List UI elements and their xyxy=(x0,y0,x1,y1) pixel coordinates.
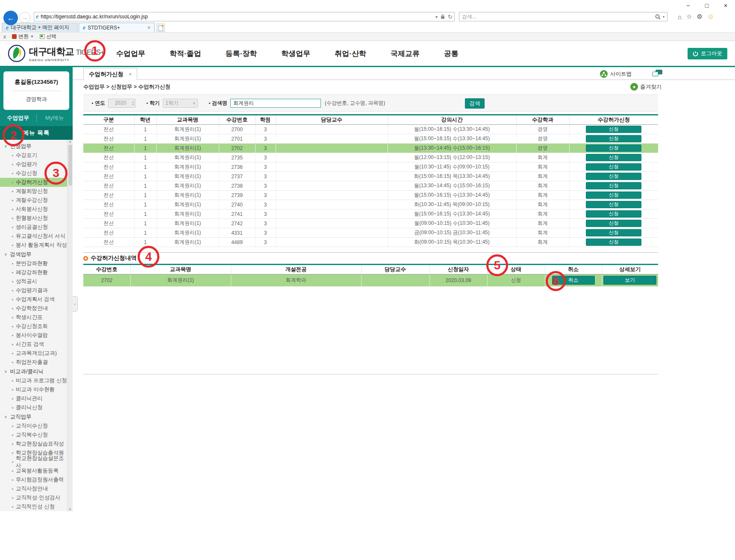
view-detail-button[interactable]: 보기 xyxy=(603,276,656,285)
year-spinner[interactable]: 2020 ▴▾ xyxy=(108,99,135,108)
apply-button[interactable]: 신청 xyxy=(586,154,641,161)
url-bar[interactable]: e https://tigersstd.daegu.ac.kr/nxrun/ss… xyxy=(34,12,455,21)
minimize-button[interactable]: − xyxy=(679,2,697,9)
sidebar-item[interactable]: ▸무시험검정원서출력 xyxy=(0,475,67,484)
sidebar-item[interactable]: ▸클리닉관리 xyxy=(0,394,67,403)
home-icon[interactable]: ⌂ xyxy=(678,13,682,21)
sidebar-section[interactable]: ∨교직업무 xyxy=(0,412,72,421)
sidebar-collapse-handle[interactable]: ‹ xyxy=(73,296,78,312)
maximize-button[interactable]: □ xyxy=(697,2,716,9)
sidebar-item[interactable]: ▸계절수강신청 xyxy=(0,196,67,205)
apply-button[interactable]: 신청 xyxy=(586,163,641,171)
sidebar-item[interactable]: ▸학생시간표 xyxy=(0,313,67,322)
autocomplete-dropdown-icon[interactable]: ▾ xyxy=(435,15,438,19)
browser-search-input[interactable]: 검색... ▾ xyxy=(459,12,667,21)
keyword-input[interactable] xyxy=(230,99,321,108)
apply-button[interactable]: 신청 xyxy=(586,173,641,180)
scroll-down-icon[interactable]: ∨ xyxy=(69,507,71,511)
sidebar-item[interactable]: ▸성적공시 xyxy=(0,277,67,286)
sidebar-item[interactable]: ▸헌혈봉사신청 xyxy=(0,214,67,223)
forward-button[interactable]: → xyxy=(19,12,30,23)
nav-item[interactable]: 수업업무 xyxy=(116,49,145,59)
sidebar-item[interactable]: ▸취업전자출결 xyxy=(0,358,67,367)
settings-gear-icon[interactable]: ⚙ xyxy=(697,13,703,21)
sidebar-scrollbar[interactable]: ∧ ∨ xyxy=(67,140,73,511)
sidebar-tab-lecture[interactable]: 수업업무 xyxy=(0,114,37,122)
course-row[interactable]: 전선1회계원리(1)44893화(09:00~10:15) 목(10:30~11… xyxy=(83,238,658,247)
apply-button[interactable]: 신청 xyxy=(586,144,641,152)
sidebar-item[interactable]: ▸교직적인성 신청 xyxy=(0,502,67,511)
apply-button[interactable]: 신청 xyxy=(586,220,641,227)
sidebar-item[interactable]: ▸교직적성·인성검사 xyxy=(0,493,67,502)
sidebar-tab-my[interactable]: My메뉴 xyxy=(37,114,73,122)
course-row[interactable]: 전선1회계원리(1)27373화(15:00~16:15) 목(13:30~14… xyxy=(83,172,658,181)
apply-button[interactable]: 신청 xyxy=(586,210,641,218)
course-row[interactable]: 전선1회계원리(1)27023월(13:30~14:45) 수(15:00~16… xyxy=(83,144,658,153)
content-tab[interactable]: 수업허가신청 × xyxy=(83,68,137,80)
favorites-star-icon[interactable]: ☆ xyxy=(686,13,692,21)
favorites-button[interactable]: ★ 즐겨찾기 xyxy=(630,83,662,91)
course-row[interactable]: 전선1회계원리(1)27013월(15:00~16:15) 수(13:30~14… xyxy=(83,134,658,144)
browser-tab-active[interactable]: e STDTIGERS+ × xyxy=(79,23,155,32)
nav-item[interactable]: 등록·장학 xyxy=(226,49,257,59)
refresh-icon[interactable]: ↻ xyxy=(448,14,453,20)
course-row[interactable]: 전선1회계원리(1)27423월(09:00~10:15) 수(10:30~11… xyxy=(83,219,658,228)
sidebar-item[interactable]: ▸교육봉사활동등록 xyxy=(0,466,67,475)
logout-button[interactable]: 로그아웃 xyxy=(688,48,727,59)
sidebar-section[interactable]: ∨검색업무 xyxy=(0,250,72,259)
content-tab-close-icon[interactable]: × xyxy=(129,71,132,77)
sidebar-item[interactable]: ▸수업평가결과 xyxy=(0,286,67,295)
scrollbar-thumb[interactable] xyxy=(68,145,72,186)
course-row[interactable]: 전선1회계원리(1)27383월(13:30~14:45) 수(15:00~16… xyxy=(83,181,658,191)
nav-item[interactable]: 국제교류 xyxy=(391,49,420,59)
sidebar-item[interactable]: ▸교직이수신청 xyxy=(0,421,67,430)
apply-button[interactable]: 신청 xyxy=(586,229,641,236)
feedback-smiley-icon[interactable]: ☺ xyxy=(707,13,714,21)
course-row[interactable]: 전선1회계원리(1)27403화(10:30~11:45) 목(09:00~10… xyxy=(83,200,658,209)
scroll-up-icon[interactable]: ∧ xyxy=(69,140,71,144)
sidebar-item[interactable]: ▸교과목개요(교과) xyxy=(0,349,67,358)
spinner-arrows-icon[interactable]: ▴▾ xyxy=(132,100,135,106)
course-row[interactable]: 전선1회계원리(1)27363월(10:30~11:45) 수(09:00~10… xyxy=(83,162,658,172)
toolbar-close-button[interactable]: x xyxy=(3,34,6,40)
course-row[interactable]: 전선1회계원리(1)27413월(15:00~16:15) 수(13:30~14… xyxy=(83,209,658,219)
sidebar-item[interactable]: ▸봉사이수열람 xyxy=(0,331,67,340)
apply-button[interactable]: 신청 xyxy=(586,182,641,189)
course-row[interactable]: 전선1회계원리(1)27353월(12:00~13:15) 수(12:00~13… xyxy=(83,153,658,162)
nav-item[interactable]: 학생업무 xyxy=(281,49,310,59)
sidebar-item[interactable]: ▸수강신청조회 xyxy=(0,322,67,331)
search-dropdown-icon[interactable]: ▾ xyxy=(663,15,664,19)
nav-item[interactable]: 학적·졸업 xyxy=(170,49,201,59)
close-button[interactable]: × xyxy=(716,2,735,9)
sidebar-item[interactable]: ▸교직복수신청 xyxy=(0,430,67,439)
sidebar-item[interactable]: ▸수강포기 xyxy=(0,151,67,160)
apply-button[interactable]: 신청 xyxy=(586,239,641,246)
close-all-tabs-icon[interactable] xyxy=(652,69,663,79)
convert-button[interactable]: 변환 ▼ xyxy=(12,33,34,40)
sidebar-item[interactable]: ▸봉사 활동계획서 작성 xyxy=(0,241,67,250)
sidebar-item[interactable]: ▸폐강강좌현황 xyxy=(0,268,67,277)
select-button[interactable]: 선택 xyxy=(40,33,56,40)
sidebar-item[interactable]: ▸비교과 이수현황 xyxy=(0,385,67,394)
sidebar-item[interactable]: ▸클리닉신청 xyxy=(0,403,67,412)
search-button[interactable]: 검색 xyxy=(465,98,485,109)
nav-item[interactable]: 취업·산학 xyxy=(335,49,366,59)
sidebar-item[interactable]: ▸사회봉사신청 xyxy=(0,205,67,214)
sidebar-item[interactable]: ▸시간표 검색 xyxy=(0,340,67,349)
sidebar-item[interactable]: ▸비교과 프로그램 신청 xyxy=(0,376,67,385)
sidebar-item[interactable]: ▸분반강좌현황 xyxy=(0,259,67,268)
nav-item[interactable]: 공통 xyxy=(444,49,459,59)
course-row[interactable]: 전선1회계원리(1)43313금(09:00~10:15) 금(10:30~11… xyxy=(83,228,658,238)
back-button[interactable]: ← xyxy=(3,11,18,25)
sidebar-item[interactable]: ▸수업계획서 검색 xyxy=(0,295,67,304)
apply-button[interactable]: 신청 xyxy=(586,201,641,208)
history-row[interactable]: 2702회계원리(1)회계학과2020.03.09신청취소보기 xyxy=(83,274,658,286)
sidebar-item[interactable]: ▸학교현장실습설문조사 xyxy=(0,457,67,466)
tab-close-icon[interactable]: × xyxy=(141,25,150,31)
search-icon[interactable] xyxy=(655,14,661,20)
apply-button[interactable]: 신청 xyxy=(586,135,641,142)
sidebar-item[interactable]: ▸학교현장실습표작성 xyxy=(0,439,67,448)
sidebar-item[interactable]: ▸교직사정안내 xyxy=(0,484,67,493)
sidebar-item[interactable]: ▸생리공결신청 xyxy=(0,223,67,232)
semester-select[interactable]: 1학기 ∨ xyxy=(163,99,198,108)
